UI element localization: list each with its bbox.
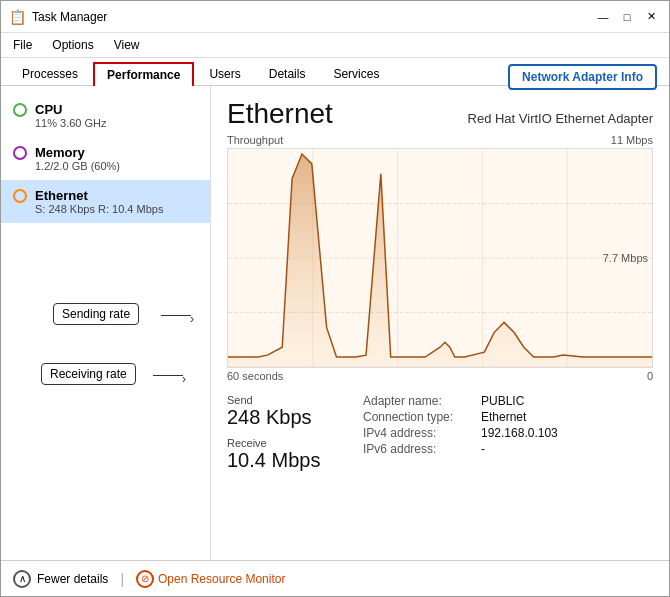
fewer-details-label: Fewer details — [37, 572, 108, 586]
menu-file[interactable]: File — [9, 36, 36, 54]
menu-view[interactable]: View — [110, 36, 144, 54]
title-left: 📋 Task Manager — [9, 9, 107, 25]
send-stat: Send 248 Kbps — [227, 394, 337, 429]
adapter-name-row: Adapter name: PUBLIC — [363, 394, 558, 408]
adapter-name-value: PUBLIC — [481, 394, 524, 408]
ipv4-label: IPv4 address: — [363, 426, 473, 440]
main-header: Ethernet Red Hat VirtIO Ethernet Adapter — [227, 98, 653, 130]
sending-rate-arrow-line — [161, 315, 191, 316]
chart-mid-label: 7.7 Mbps — [603, 252, 648, 264]
ethernet-indicator — [13, 189, 27, 203]
connection-type-row: Connection type: Ethernet — [363, 410, 558, 424]
ipv6-label: IPv6 address: — [363, 442, 473, 456]
chevron-up-icon: ∧ — [13, 570, 31, 588]
memory-indicator — [13, 146, 27, 160]
fewer-details-btn[interactable]: ∧ Fewer details — [13, 570, 108, 588]
maximize-button[interactable]: □ — [617, 7, 637, 27]
sidebar-item-memory[interactable]: Memory 1.2/2.0 GB (60%) — [1, 137, 210, 180]
throughput-label: Throughput — [227, 134, 283, 146]
sidebar-item-memory-header: Memory — [13, 145, 198, 160]
window-title: Task Manager — [32, 10, 107, 24]
receive-label: Receive — [227, 437, 337, 449]
adapter-name-label: Adapter name: — [363, 394, 473, 408]
adapter-info-grid: Adapter name: PUBLIC Connection type: Et… — [363, 394, 558, 456]
ipv6-value: - — [481, 442, 485, 456]
receiving-rate-arrow-line — [153, 375, 183, 376]
receive-stat: Receive 10.4 Mbps — [227, 437, 337, 472]
menu-bar: File Options View — [1, 33, 669, 58]
tab-services[interactable]: Services — [320, 62, 392, 85]
sidebar-item-cpu-header: CPU — [13, 102, 198, 117]
app-icon: 📋 — [9, 9, 26, 25]
send-value: 248 Kbps — [227, 406, 337, 429]
connection-type-label: Connection type: — [363, 410, 473, 424]
tab-users[interactable]: Users — [196, 62, 253, 85]
sidebar-item-cpu[interactable]: CPU 11% 3.60 GHz — [1, 94, 210, 137]
tab-processes[interactable]: Processes — [9, 62, 91, 85]
throughput-chart: 7.7 Mbps — [227, 148, 653, 368]
tab-performance[interactable]: Performance — [93, 62, 194, 86]
stats-area: Send 248 Kbps Receive 10.4 Mbps Adapter … — [227, 394, 653, 472]
close-button[interactable]: ✕ — [641, 7, 661, 27]
time-labels: 60 seconds 0 — [227, 370, 653, 382]
sidebar-item-memory-sub: 1.2/2.0 GB (60%) — [35, 160, 198, 172]
ethernet-title: Ethernet — [227, 98, 333, 130]
ipv4-row: IPv4 address: 192.168.0.103 — [363, 426, 558, 440]
tab-details[interactable]: Details — [256, 62, 319, 85]
main-panel: Ethernet Red Hat VirtIO Ethernet Adapter… — [211, 86, 669, 560]
ipv4-value: 192.168.0.103 — [481, 426, 558, 440]
time-end-label: 0 — [647, 370, 653, 382]
title-controls: — □ ✕ — [593, 7, 661, 27]
connection-type-value: Ethernet — [481, 410, 526, 424]
adapter-description: Red Hat VirtIO Ethernet Adapter — [468, 111, 653, 126]
ipv6-row: IPv6 address: - — [363, 442, 558, 456]
cpu-indicator — [13, 103, 27, 117]
title-bar: 📋 Task Manager — □ ✕ — [1, 1, 669, 33]
sending-rate-annotation: Sending rate — [53, 303, 139, 325]
send-receive-col: Send 248 Kbps Receive 10.4 Mbps — [227, 394, 337, 472]
sending-rate-arrowhead: › — [190, 312, 194, 326]
no-entry-icon: ⊘ — [136, 570, 154, 588]
sidebar-item-memory-title: Memory — [35, 145, 85, 160]
footer: ∧ Fewer details | ⊘ Open Resource Monito… — [1, 560, 669, 596]
network-adapter-info-button[interactable]: Network Adapter Info — [508, 64, 657, 90]
throughput-row: Throughput 11 Mbps — [227, 134, 653, 146]
sidebar-item-ethernet-sub: S: 248 Kbps R: 10.4 Mbps — [35, 203, 198, 215]
sidebar-item-ethernet[interactable]: Ethernet S: 248 Kbps R: 10.4 Mbps — [1, 180, 210, 223]
footer-divider: | — [120, 571, 124, 587]
sidebar-item-ethernet-title: Ethernet — [35, 188, 88, 203]
receive-value: 10.4 Mbps — [227, 449, 337, 472]
tab-bar: Processes Performance Users Details Serv… — [1, 58, 669, 86]
open-resource-monitor-label: Open Resource Monitor — [158, 572, 285, 586]
content-area: CPU 11% 3.60 GHz Memory 1.2/2.0 GB (60%)… — [1, 86, 669, 560]
menu-options[interactable]: Options — [48, 36, 97, 54]
sidebar-item-ethernet-header: Ethernet — [13, 188, 198, 203]
open-resource-monitor-btn[interactable]: ⊘ Open Resource Monitor — [136, 570, 285, 588]
time-start-label: 60 seconds — [227, 370, 283, 382]
chart-top-value: 11 Mbps — [611, 134, 653, 146]
sidebar-item-cpu-sub: 11% 3.60 GHz — [35, 117, 198, 129]
minimize-button[interactable]: — — [593, 7, 613, 27]
chart-svg — [228, 149, 652, 367]
receiving-rate-arrowhead: › — [182, 372, 186, 386]
send-label: Send — [227, 394, 337, 406]
task-manager-window: 📋 Task Manager — □ ✕ File Options View P… — [0, 0, 670, 597]
receiving-rate-annotation: Receiving rate — [41, 363, 136, 385]
sidebar: CPU 11% 3.60 GHz Memory 1.2/2.0 GB (60%)… — [1, 86, 211, 560]
sidebar-item-cpu-title: CPU — [35, 102, 62, 117]
